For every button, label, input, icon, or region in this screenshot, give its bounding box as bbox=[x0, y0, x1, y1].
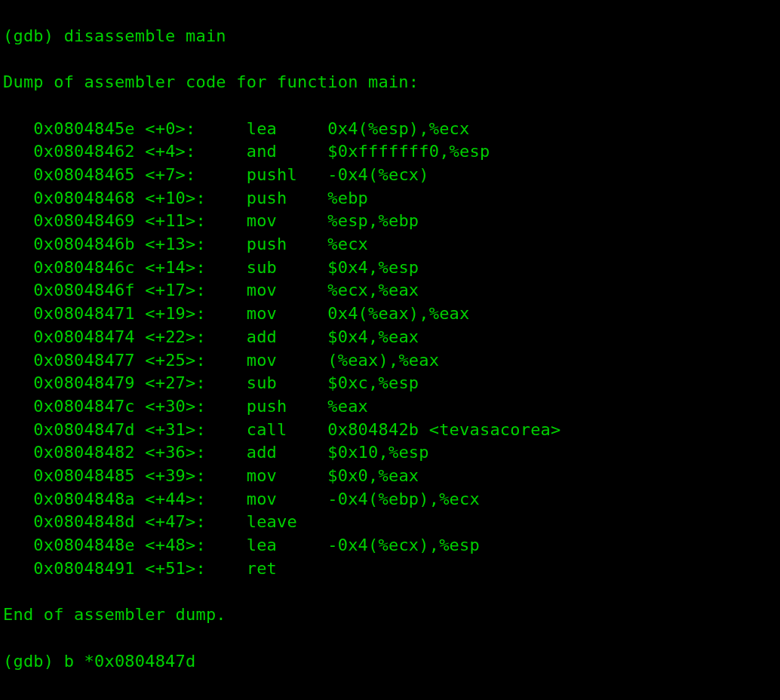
instr-mnemonic: mov bbox=[247, 466, 328, 485]
instr-address: 0x08048477 bbox=[33, 351, 145, 370]
disasm-line: 0x08048471 <+19>: mov 0x4(%eax),%eax bbox=[3, 302, 777, 326]
instr-operands: 0x4(%eax),%eax bbox=[327, 304, 469, 323]
instr-offset: <+39>: bbox=[145, 466, 246, 485]
instr-offset: <+27>: bbox=[145, 373, 246, 392]
disasm-line: 0x0804847d <+31>: call 0x804842b <tevasa… bbox=[3, 419, 777, 442]
instr-offset: <+4>: bbox=[145, 142, 246, 161]
instr-operands: $0xc,%esp bbox=[327, 373, 419, 392]
instr-mnemonic: mov bbox=[247, 490, 328, 508]
instr-mnemonic: sub bbox=[247, 258, 328, 277]
instr-mnemonic: mov bbox=[247, 304, 328, 323]
disasm-line: 0x08048491 <+51>: ret bbox=[3, 557, 777, 581]
instr-offset: <+14>: bbox=[145, 258, 246, 277]
instr-offset: <+7>: bbox=[145, 165, 246, 184]
instr-offset: <+0>: bbox=[145, 119, 246, 138]
instr-operands: -0x4(%ecx) bbox=[327, 165, 428, 184]
disasm-line: 0x0804846c <+14>: sub $0x4,%esp bbox=[3, 256, 777, 280]
cmd-line-2: (gdb) b *0x0804847d bbox=[3, 650, 777, 674]
disasm-line: 0x0804846f <+17>: mov %ecx,%eax bbox=[3, 279, 777, 302]
instr-operands: %ecx,%eax bbox=[327, 281, 419, 299]
instr-address: 0x0804845e bbox=[33, 119, 145, 138]
instr-mnemonic: ret bbox=[247, 559, 328, 578]
instr-address: 0x08048482 bbox=[33, 443, 145, 462]
instr-mnemonic: push bbox=[247, 189, 328, 207]
instr-operands: %ebp bbox=[327, 189, 368, 207]
disasm-line: 0x0804845e <+0>: lea 0x4(%esp),%ecx bbox=[3, 118, 777, 141]
disasm-line: 0x0804846b <+13>: push %ecx bbox=[3, 233, 777, 256]
instr-mnemonic: leave bbox=[247, 512, 328, 531]
instr-address: 0x08048462 bbox=[33, 142, 145, 161]
instr-mnemonic: add bbox=[247, 443, 328, 462]
instr-operands: $0x10,%esp bbox=[327, 443, 428, 462]
instr-operands: -0x4(%ecx),%esp bbox=[327, 536, 480, 554]
disasm-line: 0x08048465 <+7>: pushl -0x4(%ecx) bbox=[3, 164, 777, 187]
instr-address: 0x0804846f bbox=[33, 281, 145, 299]
instr-mnemonic: mov bbox=[247, 211, 328, 230]
instr-operands: $0xfffffff0,%esp bbox=[327, 142, 490, 161]
disasm-line: 0x0804848a <+44>: mov -0x4(%ebp),%ecx bbox=[3, 488, 777, 511]
disasm-line: 0x0804847c <+30>: push %eax bbox=[3, 395, 777, 419]
instr-mnemonic: pushl bbox=[247, 165, 328, 184]
instr-mnemonic: mov bbox=[247, 281, 328, 299]
dump-header: Dump of assembler code for function main… bbox=[3, 71, 777, 94]
instr-offset: <+44>: bbox=[145, 490, 246, 508]
cmd-disassemble: disassemble main bbox=[64, 26, 226, 45]
disasm-line: 0x08048479 <+27>: sub $0xc,%esp bbox=[3, 372, 777, 395]
instr-offset: <+17>: bbox=[145, 281, 246, 299]
instr-operands: 0x804842b <tevasacorea> bbox=[327, 420, 560, 439]
breakpoint-result: Breakpoint 1 at 0x804847d: file programa… bbox=[3, 696, 777, 700]
disasm-line: 0x08048468 <+10>: push %ebp bbox=[3, 187, 777, 210]
instr-address: 0x08048469 bbox=[33, 211, 145, 230]
instr-offset: <+48>: bbox=[145, 536, 246, 554]
instr-operands: $0x4,%esp bbox=[327, 258, 419, 277]
instr-address: 0x08048485 bbox=[33, 466, 145, 485]
instr-operands: -0x4(%ebp),%ecx bbox=[327, 490, 480, 508]
disasm-line: 0x08048482 <+36>: add $0x10,%esp bbox=[3, 441, 777, 465]
instr-offset: <+36>: bbox=[145, 443, 246, 462]
instr-operands: %eax bbox=[327, 397, 368, 416]
instr-address: 0x08048491 bbox=[33, 559, 145, 578]
instr-address: 0x0804848d bbox=[33, 512, 145, 531]
instr-address: 0x0804848a bbox=[33, 490, 145, 508]
disasm-line: 0x08048485 <+39>: mov $0x0,%eax bbox=[3, 465, 777, 488]
instr-offset: <+31>: bbox=[145, 420, 246, 439]
instr-mnemonic: add bbox=[247, 327, 328, 346]
instr-operands: $0x4,%eax bbox=[327, 327, 419, 346]
instr-mnemonic: call bbox=[247, 420, 328, 439]
instr-offset: <+11>: bbox=[145, 211, 246, 230]
instr-offset: <+30>: bbox=[145, 397, 246, 416]
instr-address: 0x08048465 bbox=[33, 165, 145, 184]
instr-address: 0x08048479 bbox=[33, 373, 145, 392]
dump-footer: End of assembler dump. bbox=[3, 603, 777, 627]
cmd-break: b *0x0804847d bbox=[64, 652, 196, 671]
cmd-line-1: (gdb) disassemble main bbox=[3, 25, 777, 48]
gdb-prompt: (gdb) bbox=[3, 652, 64, 671]
instr-offset: <+51>: bbox=[145, 559, 246, 578]
instr-operands: %esp,%ebp bbox=[327, 211, 419, 230]
gdb-prompt: (gdb) bbox=[3, 26, 64, 45]
instr-mnemonic: and bbox=[247, 142, 328, 161]
disasm-line: 0x08048469 <+11>: mov %esp,%ebp bbox=[3, 210, 777, 233]
instr-address: 0x08048468 bbox=[33, 189, 145, 207]
instr-offset: <+13>: bbox=[145, 235, 246, 253]
instr-address: 0x08048471 bbox=[33, 304, 145, 323]
instr-mnemonic: lea bbox=[247, 119, 328, 138]
instr-address: 0x0804846b bbox=[33, 235, 145, 253]
instr-mnemonic: push bbox=[247, 397, 328, 416]
instr-operands: %ecx bbox=[327, 235, 368, 253]
instr-mnemonic: sub bbox=[247, 373, 328, 392]
disasm-line: 0x0804848d <+47>: leave bbox=[3, 511, 777, 534]
gdb-terminal[interactable]: (gdb) disassemble main Dump of assembler… bbox=[0, 0, 780, 700]
instr-operands: (%eax),%eax bbox=[327, 351, 439, 370]
instr-address: 0x0804847c bbox=[33, 397, 145, 416]
disasm-line: 0x0804848e <+48>: lea -0x4(%ecx),%esp bbox=[3, 534, 777, 557]
instr-offset: <+47>: bbox=[145, 512, 246, 531]
instr-address: 0x0804846c bbox=[33, 258, 145, 277]
instr-offset: <+22>: bbox=[145, 327, 246, 346]
instr-offset: <+25>: bbox=[145, 351, 246, 370]
disasm-line: 0x08048474 <+22>: add $0x4,%eax bbox=[3, 326, 777, 349]
disasm-line: 0x08048462 <+4>: and $0xfffffff0,%esp bbox=[3, 140, 777, 164]
instr-offset: <+10>: bbox=[145, 189, 246, 207]
instr-address: 0x08048474 bbox=[33, 327, 145, 346]
instr-operands: 0x4(%esp),%ecx bbox=[327, 119, 469, 138]
